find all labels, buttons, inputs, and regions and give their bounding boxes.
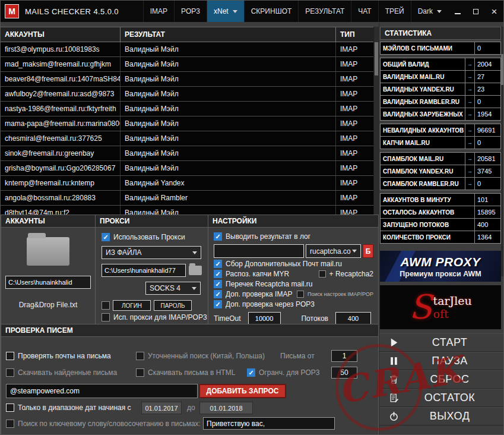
- table-row[interactable]: mad_maksim@freemail.ru:gfhjkmВалидный Мэ…: [1, 57, 373, 72]
- stat-label: ВАЛИДНЫХ ЗАРУБЕЖНЫХ: [380, 108, 465, 121]
- recheck-recaptcha-checkbox[interactable]: [214, 280, 222, 288]
- proxy-type-select[interactable]: SOCKS 4: [145, 282, 201, 295]
- menu-pop3[interactable]: POP3: [174, 1, 207, 22]
- table-row[interactable]: angola@bossmail.ru:280883Валидный Ramble…: [1, 191, 373, 206]
- statistics-scrollbar[interactable]: [501, 27, 504, 276]
- extra-pop3-check-checkbox[interactable]: [214, 300, 222, 308]
- table-row[interactable]: sinok@freemail.ru:greenbayВалидный МэйлI…: [1, 146, 373, 161]
- keyword-input[interactable]: [203, 417, 335, 430]
- recognize-captcha-checkbox[interactable]: [214, 270, 222, 278]
- table-row[interactable]: awfulboy2@freemail.ru:asd@9873Валидный М…: [1, 87, 373, 102]
- start-button[interactable]: СТАРТ: [379, 333, 504, 352]
- captcha-key-input[interactable]: [214, 244, 304, 258]
- export-icon[interactable]: [465, 136, 475, 149]
- column-header-accounts[interactable]: АККАУНТЫ: [1, 27, 121, 42]
- threads-input[interactable]: [335, 312, 371, 324]
- stat-label: ВАЛИДНЫХ RAMBLER.RU: [380, 95, 465, 108]
- export-icon[interactable]: [465, 152, 475, 165]
- date-to-button[interactable]: 01.01.2018: [199, 402, 253, 414]
- maximize-button[interactable]: [467, 1, 485, 22]
- menu-result[interactable]: РЕЗУЛЬТАТ: [298, 1, 351, 22]
- use-proxy-checkbox[interactable]: [102, 233, 110, 241]
- keyword-search-checkbox[interactable]: [6, 420, 14, 428]
- stat-label: СПАМБЛОК YANDEX.RU: [380, 165, 465, 178]
- stat-value: 1364: [474, 231, 501, 244]
- search-query-input[interactable]: [6, 384, 198, 398]
- account-cell: d8thvt14@74m.ru:f2: [1, 206, 121, 215]
- window-controls: ×: [448, 1, 503, 22]
- export-icon[interactable]: [465, 177, 475, 190]
- table-row[interactable]: chesmiral@freemail.ru:377625Валидный Мэй…: [1, 131, 373, 146]
- remainder-button[interactable]: ОСТАТОК: [379, 389, 504, 407]
- proxy-source-select[interactable]: ИЗ ФАЙЛА: [102, 246, 201, 259]
- folder-icon[interactable]: [27, 237, 69, 266]
- document-icon: [386, 393, 401, 403]
- proxy-password-input[interactable]: [154, 300, 192, 311]
- extra-imap-check-checkbox[interactable]: [214, 290, 222, 298]
- close-button[interactable]: ×: [485, 1, 503, 22]
- column-header-result[interactable]: РЕЗУЛЬТАТ: [121, 27, 336, 42]
- pop3-limit-checkbox[interactable]: [247, 368, 255, 377]
- add-query-button[interactable]: ДОБАВИТЬ ЗАПРОС: [199, 384, 286, 398]
- browse-folder-icon[interactable]: [189, 266, 202, 275]
- menu-screenshot[interactable]: СКРИНШОТ: [244, 1, 299, 22]
- column-header-type[interactable]: ТИП: [336, 27, 373, 42]
- reset-button[interactable]: СБРОС: [379, 370, 504, 389]
- stat-value: 23: [474, 83, 501, 96]
- refined-search-checkbox[interactable]: [136, 352, 144, 360]
- timeout-input[interactable]: [248, 312, 281, 324]
- menu-imap[interactable]: IMAP: [143, 1, 174, 22]
- date-range-checkbox[interactable]: [6, 404, 14, 412]
- check-letters-checkbox[interactable]: [6, 352, 14, 360]
- table-row[interactable]: kntemp@freemail.ru:kntempВалидный Yandex…: [1, 176, 373, 191]
- proxy-login-input[interactable]: [113, 300, 151, 311]
- date-from-button[interactable]: 01.01.2017: [141, 402, 182, 414]
- recaptcha2-checkbox[interactable]: [319, 270, 326, 278]
- proxy-panel: ПРОКСИ Использовать Прокси ИЗ ФАЙЛА SOCK…: [95, 215, 208, 324]
- proxy-auth-checkbox[interactable]: [102, 301, 110, 310]
- proxy-path-field[interactable]: [102, 264, 186, 277]
- table-row[interactable]: nastya-1986@freemail.ru:fktyrfreithВалид…: [1, 102, 373, 116]
- export-icon[interactable]: [465, 83, 475, 96]
- table-row[interactable]: beaver84@freemail.ru:1407maSH843Валидный…: [1, 72, 373, 87]
- settings-panel-header: НАСТРОЙКИ: [208, 215, 378, 228]
- pause-button[interactable]: ПАУЗА: [379, 352, 504, 370]
- type-cell: IMAP: [336, 206, 373, 215]
- awm-proxy-banner[interactable]: AWM PROXY Премиум прокси AWM: [380, 251, 501, 282]
- balance-button[interactable]: Б: [363, 244, 373, 258]
- menu-xnet[interactable]: xNet: [207, 1, 244, 22]
- export-icon[interactable]: [465, 165, 475, 178]
- letters-from-input[interactable]: 1: [331, 350, 357, 362]
- exit-button[interactable]: ВЫХОД: [379, 407, 504, 425]
- imap-pop-search-checkbox[interactable]: [297, 291, 304, 298]
- export-icon[interactable]: [465, 70, 475, 83]
- table-row[interactable]: first3@olympus.ru:10081983sВалидный Мэйл…: [1, 42, 373, 57]
- download-html-label: Скачивать письма в HTML: [148, 368, 235, 377]
- log-output-checkbox[interactable]: [214, 232, 222, 241]
- table-row[interactable]: grisha@boymail.ru:Ggo206285067Валидный М…: [1, 161, 373, 176]
- proxy-for-imap-checkbox[interactable]: [102, 313, 110, 321]
- stat-value: 0: [474, 136, 501, 149]
- table-scrollbar[interactable]: [373, 27, 379, 215]
- export-icon[interactable]: [465, 108, 475, 121]
- table-row[interactable]: mama-papa@freemail.ru:marina0806Валидный…: [1, 116, 373, 131]
- use-proxy-label: Использовать Прокси: [113, 233, 185, 241]
- awm-banner-title: AWM PROXY: [400, 255, 480, 269]
- collect-extra-mails-checkbox[interactable]: [214, 260, 222, 268]
- minimize-button[interactable]: [448, 1, 467, 22]
- table-row[interactable]: d8thvt14@74m.ru:f2Валидный МэйлIMAP: [1, 206, 373, 215]
- scrollbar-thumb[interactable]: [375, 42, 378, 75]
- accounts-path-field[interactable]: [5, 276, 91, 289]
- menu-chat[interactable]: ЧАТ: [351, 1, 378, 22]
- pop3-limit-input[interactable]: 50: [331, 367, 357, 379]
- download-html-checkbox[interactable]: [136, 368, 144, 377]
- download-letters-checkbox[interactable]: [6, 368, 14, 377]
- export-icon[interactable]: [465, 95, 475, 108]
- export-icon[interactable]: [465, 58, 475, 71]
- menu-tray[interactable]: ТРЕЙ: [378, 1, 411, 22]
- captcha-service-select[interactable]: rucaptcha.co: [306, 244, 361, 258]
- theme-select[interactable]: Dark: [411, 1, 448, 22]
- scrollbar-thumb[interactable]: [501, 54, 504, 85]
- export-icon[interactable]: [465, 124, 475, 137]
- stat-value: 1954: [474, 108, 501, 121]
